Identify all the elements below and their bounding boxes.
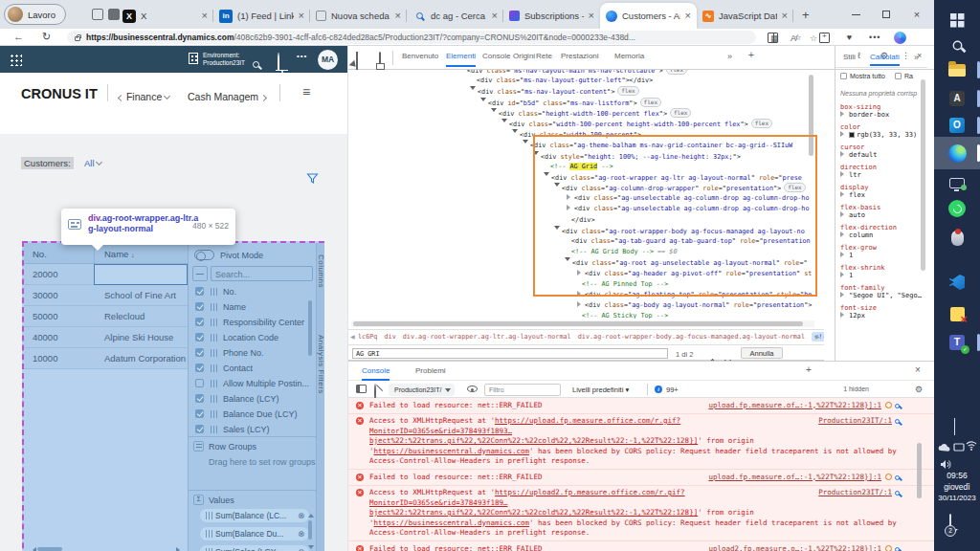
clock-time[interactable]: 09:56 [934,471,980,480]
teams-icon[interactable]: T [934,328,980,357]
dom-tree-line[interactable]: <div class="ag-root-wrapper-body ag-focu… [348,226,816,236]
dom-tree-line[interactable]: <div style="height: 100%; --ag-line-heig… [348,151,816,162]
more-tabs-icon[interactable]: » [727,52,732,61]
values-scroll-down[interactable] [308,545,314,551]
field-checkbox[interactable] [195,425,204,433]
a-app-icon[interactable]: A [934,84,980,113]
inspect-element-icon[interactable] [356,52,358,70]
dom-tree-line[interactable]: </div> [348,215,816,226]
company-name[interactable]: CRONUS IT [21,86,98,101]
wifi-icon[interactable] [966,437,977,454]
drag-handle-icon[interactable] [211,303,219,311]
tab-close-icon[interactable]: × [685,11,691,21]
source-link[interactable]: upload.fp.measure.of…:-1,%22T%22:128}]:1 [708,473,881,481]
group-checkbox[interactable]: Ra [895,73,913,79]
browser-tab-1[interactable]: XX× [117,3,213,29]
values-scroll-up[interactable] [308,511,314,518]
back-button[interactable]: ← [13,31,24,42]
tab-analysis-filters[interactable]: Analysis Filters [317,335,325,394]
source-link[interactable]: upload2.fp.measure.o…:-1,%22T%22:128}]:1 [708,544,881,551]
field-checkbox[interactable] [195,394,204,403]
breadcrumb-item[interactable]: lc6Pq [358,333,377,341]
breadcrumb-item[interactable]: div.ag-root-wrapper-body.ag-focus-manage… [578,333,805,341]
dom-tree-line[interactable]: <div class="ag-unselectable ag-column-dr… [348,193,816,204]
console-tab-console[interactable]: Console [362,366,390,375]
onedrive-icon[interactable] [938,439,951,456]
table-row[interactable]: 40000Alpine Ski House [24,327,188,348]
field-checkbox[interactable] [195,333,204,342]
filter-value[interactable]: All [84,158,101,168]
tab-close-icon[interactable]: × [299,11,304,21]
browser-tab-2[interactable]: in(1) Feed | Linked× [213,3,310,29]
breadcrumb-current[interactable]: Cash Managem [188,91,266,102]
value-pill[interactable]: Sum(Balance (LC...⊗ [200,509,309,522]
computed-property[interactable]: font-family"Segoe UI", "Sego… [840,284,926,299]
dom-tree-line[interactable]: <div class="ag-root-wrapper ag-ltr ag-la… [348,172,816,183]
devtools-tab-prestazioni[interactable]: Prestazioni [561,52,599,60]
console-scrollbar[interactable] [917,443,922,498]
dom-tree-line[interactable]: <div class="width-100-percent"> [348,129,816,140]
reload-button[interactable]: ↻ [42,31,51,43]
dom-tree-line[interactable]: <!-- AG Sticky Top --> [348,311,816,319]
table-row[interactable]: 20000Trey Research [24,264,188,285]
outlook-icon[interactable]: O [934,111,980,140]
browser-essentials-icon[interactable]: ♥ [844,33,855,43]
maximize-button[interactable] [871,0,902,29]
search-cancel-button[interactable]: Annulla [741,347,783,359]
console-error-message[interactable]: ✕upload.fp.measure.of…:-1,%22T%22:128}]:… [348,470,934,486]
computed-property[interactable]: colorrgb(33, 33, 33) [840,123,926,139]
notification-center-icon[interactable] [949,515,951,532]
computed-property[interactable]: font-size12px [840,304,926,320]
console-add-icon[interactable]: + [806,364,812,375]
edge-icon[interactable] [934,137,980,169]
search-next-icon[interactable] [725,351,733,359]
new-tab-button[interactable]: + [802,8,810,22]
console-sidebar-icon[interactable] [356,385,367,393]
browser-tab-4[interactable]: dc ag - Cerca× [407,3,503,29]
console-error-message[interactable]: ✕Production23IT/:1Access to XMLHttpReque… [348,486,934,542]
browser-tab-7[interactable]: ∿JavaScript Data C× [697,3,793,29]
collections-icon[interactable] [819,33,830,43]
computed-property[interactable]: displayflex [840,184,926,199]
computed-property[interactable]: cursordefault [840,143,926,159]
dom-tree-line[interactable]: <!-- AG Grid Body --> == $0 [348,247,816,257]
search-prev-icon[interactable] [710,351,718,359]
favorite-star-icon[interactable]: ☆ [810,33,817,43]
profile-button[interactable]: Lavoro [4,4,66,25]
devtools-tab-memoria[interactable]: Memoria [614,52,644,60]
browser-tab-3[interactable]: Nuova scheda× [310,3,407,29]
browser-tab-5[interactable]: Subscriptions - N× [503,3,600,29]
dom-tree-line[interactable]: <div class="ag-floating-top" role="prese… [348,290,816,300]
split-screen-icon[interactable] [768,33,778,43]
dom-tree-line[interactable]: <div class="ms-nav-layout-gutter-left"><… [348,76,816,86]
live-expression-icon[interactable] [467,386,478,392]
computed-property[interactable]: directionltr [840,164,926,179]
tab-stili[interactable]: Stili [843,53,856,61]
console-error-message[interactable]: ✕upload2.fp.measure.o…:-1,%22T%22:128}]:… [348,541,934,551]
field-checkbox[interactable] [195,379,204,387]
breadcrumb-back[interactable]: Finance [119,91,169,102]
user-avatar[interactable]: MA [318,50,338,70]
column-search-input[interactable]: Search... [211,266,313,281]
console-error-message[interactable]: ✕upload.fp.measure.of…:-1,%22T%22:128}]:… [348,398,934,414]
computed-property[interactable]: flex-directioncolumn [840,224,926,239]
clock-day[interactable]: giovedì [934,482,980,492]
more-options-icon[interactable]: ••• [297,52,307,60]
dom-tree-line[interactable]: <!-- AG Grid --> [348,162,816,172]
elements-scrollbar[interactable] [809,75,813,156]
tab-calcolati[interactable]: Calcolati [870,53,900,61]
devtools-tab-console[interactable]: Console [482,52,510,60]
tab-columns[interactable]: Columns [317,254,325,288]
devtools-tab-origini[interactable]: Origini [513,52,535,60]
console-messages[interactable]: ✕upload.fp.measure.of…:-1,%22T%22:128}]:… [348,398,934,551]
elements-breadcrumbs[interactable]: lc6Pqdivdiv.ag-root-wrapper.ag-ltr.ag-la… [348,329,824,343]
clock-date[interactable]: 30/11/2023 [934,494,980,502]
whatsapp-icon[interactable] [934,194,980,223]
source-link[interactable]: upload.fp.measure.of…:-1,%22T%22:128}]:1 [708,401,881,409]
dom-tree-line[interactable]: <div class="ag-tab-guard ag-tab-guard-to… [348,236,816,247]
column-header-no[interactable]: No. [33,249,47,259]
values-scrollbar[interactable] [308,520,312,540]
bc-search-icon[interactable] [253,55,259,72]
dom-tree-line[interactable]: <!-- AG Pinned Top --> [348,279,816,290]
show-all-checkbox[interactable]: Mostra tutto [840,73,885,79]
